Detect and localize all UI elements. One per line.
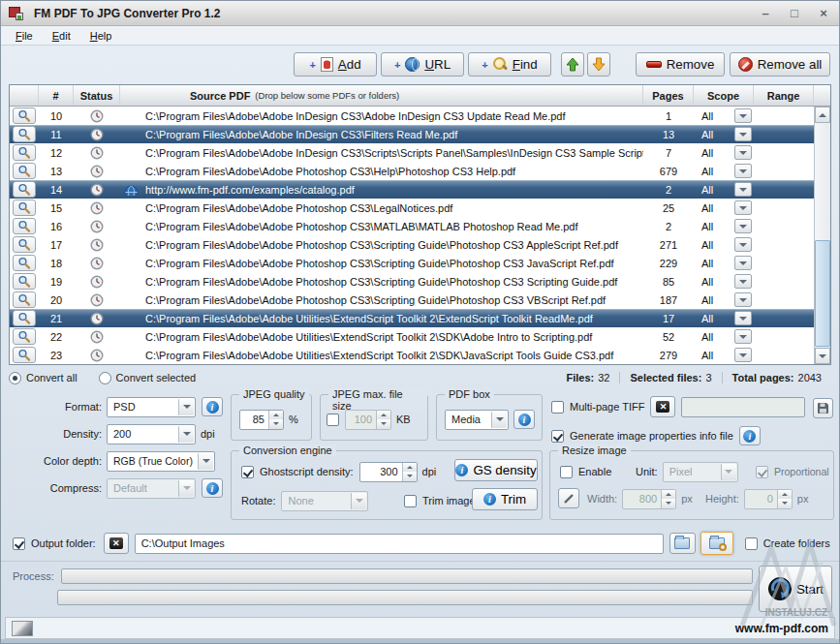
generate-info-checkbox[interactable] [551, 430, 564, 443]
chevron-down-icon[interactable] [178, 426, 194, 443]
jpeg-max-checkbox[interactable] [327, 414, 339, 426]
scope-dropdown-button[interactable] [734, 274, 752, 289]
browse-folder-button[interactable] [700, 532, 733, 555]
preview-button[interactable] [13, 291, 36, 308]
scope-dropdown-button[interactable] [734, 164, 752, 178]
output-path-field[interactable]: C:\Output Images [135, 534, 664, 554]
preview-button[interactable] [13, 199, 36, 216]
scope-dropdown-button[interactable] [734, 311, 752, 325]
trim-button[interactable]: i Trim [472, 488, 538, 510]
remove-all-button[interactable]: Remove all [730, 52, 830, 77]
table-row[interactable]: 11 C:\Program Files\Adobe\Adobe InDesign… [10, 125, 814, 143]
chevron-down-icon[interactable] [491, 412, 507, 428]
resize-edit-button[interactable] [558, 488, 579, 508]
minimize-icon[interactable]: – [758, 6, 773, 20]
menu-file[interactable]: File [7, 28, 42, 44]
output-clear-button[interactable]: ✕ [104, 533, 129, 554]
scroll-up-icon[interactable] [815, 107, 830, 123]
pdf-box-select[interactable]: Media [445, 410, 509, 430]
table-row[interactable]: 21 C:\Program Files\Adobe\Adobe Utilitie… [10, 309, 814, 327]
open-folder-button[interactable] [669, 533, 696, 554]
convert-all-radio[interactable] [9, 372, 21, 384]
preview-button[interactable] [13, 310, 36, 326]
preview-button[interactable] [13, 255, 36, 271]
multipage-tiff-checkbox[interactable] [551, 401, 564, 414]
jpeg-quality-spinner[interactable]: 85 [239, 410, 284, 430]
resize-enable-checkbox[interactable] [560, 466, 573, 478]
preview-button[interactable] [13, 144, 36, 161]
menu-help[interactable]: Help [81, 28, 121, 44]
density-select[interactable]: 200 [107, 424, 196, 445]
scope-dropdown-button[interactable] [734, 348, 752, 362]
scroll-down-icon[interactable] [815, 348, 830, 364]
pdf-box-info-button[interactable]: i [513, 410, 535, 429]
scope-dropdown-button[interactable] [734, 108, 752, 123]
header-num[interactable]: # [39, 85, 74, 106]
chevron-down-icon[interactable] [198, 453, 213, 470]
table-row[interactable]: 20 C:\Program Files\Adobe\Adobe Photosho… [10, 291, 814, 309]
spin-up-icon[interactable] [403, 463, 417, 473]
table-row[interactable]: 12 C:\Program Files\Adobe\Adobe InDesign… [10, 143, 814, 162]
ghostscript-density-spinner[interactable]: 300 [359, 462, 418, 482]
start-button[interactable]: Start [759, 566, 832, 612]
scope-dropdown-button[interactable] [734, 200, 752, 215]
table-row[interactable]: 13 C:\Program Files\Adobe\Adobe Photosho… [10, 162, 814, 180]
table-row[interactable]: 10 C:\Program Files\Adobe\Adobe InDesign… [10, 107, 814, 125]
table-row[interactable]: 14 http://www.fm-pdf.com/examples/catalo… [10, 180, 814, 199]
menu-edit[interactable]: Edit [44, 28, 79, 44]
scope-dropdown-button[interactable] [734, 237, 752, 252]
preview-button[interactable] [13, 107, 36, 124]
maximize-icon[interactable]: □ [787, 6, 802, 20]
tiff-save-button[interactable] [813, 398, 833, 418]
add-button[interactable]: + Add [294, 52, 377, 77]
convert-all-label[interactable]: Convert all [26, 372, 78, 383]
trim-image-checkbox[interactable] [404, 495, 417, 507]
spin-down-icon[interactable] [269, 419, 283, 429]
preview-button[interactable] [13, 347, 36, 363]
color-depth-select[interactable]: RGB (True Color) [107, 451, 215, 472]
ghostscript-density-checkbox[interactable] [241, 466, 254, 478]
table-row[interactable]: 16 C:\Program Files\Adobe\Adobe Photosho… [10, 217, 814, 235]
chevron-down-icon[interactable] [351, 493, 366, 509]
preview-button[interactable] [13, 236, 36, 253]
header-source[interactable]: Source PDF (Drop below some PDFs or fold… [120, 85, 643, 106]
output-folder-checkbox[interactable] [13, 537, 25, 550]
preview-button[interactable] [13, 163, 36, 179]
scope-dropdown-button[interactable] [734, 329, 752, 344]
preview-button[interactable] [13, 181, 36, 198]
table-row[interactable]: 17 C:\Program Files\Adobe\Adobe Photosho… [10, 235, 814, 254]
remove-button[interactable]: Remove [636, 52, 725, 77]
preview-button[interactable] [13, 126, 36, 142]
scope-dropdown-button[interactable] [734, 292, 752, 307]
table-row[interactable]: 23 C:\Program Files\Adobe\Adobe Utilitie… [10, 346, 814, 364]
move-down-button[interactable] [587, 52, 610, 77]
table-row[interactable]: 19 C:\Program Files\Adobe\Adobe Photosho… [10, 272, 814, 291]
scope-dropdown-button[interactable] [734, 256, 752, 270]
spin-up-icon[interactable] [269, 411, 283, 420]
rotate-select[interactable]: None [281, 491, 368, 511]
scope-dropdown-button[interactable] [734, 219, 752, 233]
convert-selected-label[interactable]: Convert selected [116, 372, 197, 383]
create-folders-checkbox[interactable] [745, 537, 758, 550]
header-pages[interactable]: Pages [643, 85, 694, 106]
scope-dropdown-button[interactable] [734, 182, 752, 197]
find-button[interactable]: + Find [468, 52, 551, 77]
scope-dropdown-button[interactable] [734, 145, 752, 160]
chevron-down-icon[interactable] [178, 399, 194, 415]
table-row[interactable]: 18 C:\Program Files\Adobe\Adobe Photosho… [10, 254, 814, 272]
image-preview-icon[interactable] [12, 621, 33, 636]
move-up-button[interactable] [561, 52, 584, 77]
header-range[interactable]: Range [754, 85, 814, 106]
vertical-scrollbar[interactable] [814, 107, 830, 364]
format-info-button[interactable]: i [202, 397, 223, 416]
table-row[interactable]: 15 C:\Program Files\Adobe\Adobe Photosho… [10, 199, 814, 217]
scrollbar-thumb[interactable] [815, 240, 830, 347]
gs-density-button[interactable]: i GS density [454, 459, 538, 481]
header-scope[interactable]: Scope [694, 85, 754, 106]
url-button[interactable]: + URL [381, 52, 464, 77]
scope-dropdown-button[interactable] [734, 127, 752, 141]
compress-info-button[interactable]: i [202, 478, 223, 498]
generate-info-info-button[interactable]: i [739, 426, 761, 445]
format-select[interactable]: PSD [107, 397, 196, 417]
convert-selected-radio[interactable] [99, 372, 111, 384]
